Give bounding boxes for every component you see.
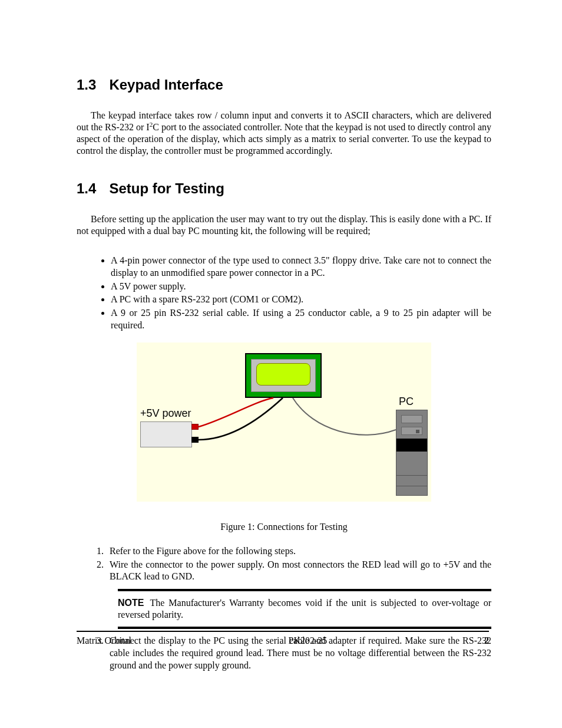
figure-caption: Figure 1: Connections for Testing: [77, 522, 491, 532]
note-rule-bottom: [118, 627, 491, 629]
power-label: +5V power: [140, 407, 191, 420]
pc-label: PC: [399, 396, 414, 408]
list-item: A PC with a spare RS-232 port (COM1 or C…: [111, 294, 491, 306]
footer-page-number: 2: [484, 635, 489, 646]
connector-black-icon: [191, 437, 199, 443]
connector-red-icon: [191, 424, 199, 430]
list-item: A 9 or 25 pin RS-232 serial cable. If us…: [111, 307, 491, 332]
footer-rule: [77, 631, 489, 632]
note-rule-top: [118, 589, 491, 591]
steps-list: Refer to the Figure above for the follow…: [106, 545, 491, 583]
lcd-module-icon: [245, 353, 322, 398]
note-label: NOTE: [118, 598, 144, 608]
requirements-list: A 4-pin power connector of the type used…: [111, 255, 491, 332]
page-footer: Matrix Orbital PK202-25 2: [77, 635, 489, 646]
figure-1: +5V power PC Figure 1: Connections for T…: [77, 342, 491, 532]
footer-left: Matrix Orbital: [77, 635, 131, 646]
list-item: Wire the connector to the power supply. …: [106, 559, 491, 584]
section-title: Setup for Testing: [109, 180, 224, 196]
section-heading-1-3: 1.3Keypad Interface: [77, 77, 491, 93]
paragraph-setup-intro: Before setting up the application the us…: [77, 213, 491, 237]
section-title: Keypad Interface: [109, 77, 223, 93]
paragraph-keypad: The keypad interface takes row / column …: [77, 110, 491, 157]
section-number: 1.4: [77, 180, 96, 197]
list-item: A 4-pin power connector of the type used…: [111, 255, 491, 279]
pc-tower-icon: [396, 410, 428, 496]
section-number: 1.3: [77, 77, 96, 93]
page-content: 1.3Keypad Interface The keypad interface…: [0, 0, 562, 672]
figure-diagram: +5V power PC: [137, 342, 431, 502]
section-heading-1-4: 1.4Setup for Testing: [77, 180, 491, 197]
note-text: NOTEThe Manufacturer's Warranty becomes …: [118, 595, 491, 623]
list-item: A 5V power supply.: [111, 281, 491, 293]
power-supply-icon: [140, 421, 192, 447]
note-block: NOTEThe Manufacturer's Warranty becomes …: [118, 589, 491, 629]
list-item: Refer to the Figure above for the follow…: [106, 545, 491, 558]
footer-center: PK202-25: [289, 635, 328, 646]
